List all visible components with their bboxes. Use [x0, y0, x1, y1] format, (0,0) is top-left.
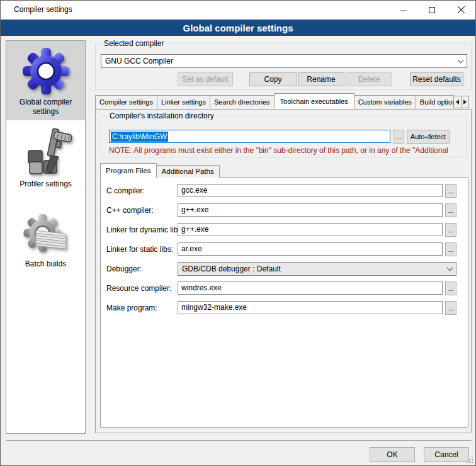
tab-scroll-buttons	[453, 96, 468, 108]
field-label: Linker for dynamic libs:	[106, 225, 184, 234]
sub-tab-strip: Program Files Additional Paths	[100, 163, 219, 178]
browse-button[interactable]: ...	[445, 203, 456, 217]
delete-button[interactable]: Delete	[346, 72, 392, 86]
cancel-button[interactable]: Cancel	[424, 447, 469, 462]
gear-stack-icon	[22, 213, 70, 258]
maximize-button[interactable]	[417, 1, 446, 20]
rename-button[interactable]: Rename	[298, 72, 344, 86]
make-program-input[interactable]: mingw32-make.exe	[178, 301, 443, 314]
compiler-select[interactable]: GNU GCC Compiler	[101, 54, 467, 68]
installation-directory-group: Compiler's installation directory C:\ray…	[101, 116, 467, 157]
sidebar-item-label: Global compiler settings	[8, 98, 84, 116]
arrow-right-icon	[463, 99, 467, 105]
field-label: C compiler:	[106, 186, 145, 195]
tab-build-options[interactable]: Build options	[416, 95, 454, 109]
tab-strip: Compiler settings Linker settings Search…	[95, 93, 454, 109]
tab-linker-settings[interactable]: Linker settings	[157, 95, 210, 109]
page-title: Global compiler settings	[183, 23, 293, 33]
chevron-down-icon	[447, 264, 453, 271]
sidebar: Global compiler settings Profiler settin…	[6, 40, 86, 434]
sidebar-item-label: Profiler settings	[8, 179, 84, 189]
arrow-left-icon	[456, 99, 459, 105]
ok-button[interactable]: OK	[370, 447, 415, 462]
caption-buttons	[388, 1, 475, 20]
field-label: C++ compiler:	[106, 206, 154, 215]
note-text: NOTE: All programs must exist either in …	[109, 146, 464, 155]
program-files-panel: C compiler: gcc.exe ... C++ compiler: g+…	[100, 177, 468, 428]
field-label: Linker for static libs:	[106, 245, 173, 254]
copy-button[interactable]: Copy	[249, 72, 297, 86]
tab-compiler-settings[interactable]: Compiler settings	[95, 95, 157, 109]
minimize-button[interactable]	[388, 1, 417, 20]
caliper-icon	[20, 125, 72, 178]
window-title: Compiler settings	[14, 5, 72, 14]
static-linker-input[interactable]: ar.exe	[178, 242, 443, 256]
tab-custom-variables[interactable]: Custom variables	[354, 95, 416, 109]
field-row-debugger: Debugger: GDB/CDB debugger : Default	[101, 262, 468, 277]
browse-button[interactable]: ...	[445, 223, 456, 237]
footer-divider	[6, 440, 472, 441]
resource-compiler-input[interactable]: windres.exe	[178, 281, 443, 295]
field-label: Debugger:	[106, 264, 142, 273]
sidebar-item-batch-builds[interactable]: Batch builds	[6, 208, 85, 273]
browse-button[interactable]: ...	[445, 301, 456, 315]
sidebar-item-label: Batch builds	[8, 259, 84, 269]
browse-button[interactable]: ...	[445, 242, 456, 256]
field-label: Make program:	[106, 304, 157, 312]
maximize-icon	[429, 7, 435, 13]
subtab-additional-paths[interactable]: Additional Paths	[156, 165, 220, 178]
field-row-make-program: Make program: mingw32-make.exe ...	[101, 301, 468, 316]
sidebar-item-profiler-settings[interactable]: Profiler settings	[6, 120, 85, 193]
tab-scroll-right-button[interactable]	[461, 96, 469, 108]
browse-button[interactable]: ...	[445, 184, 456, 198]
cpp-compiler-input[interactable]: g++.exe	[178, 203, 443, 217]
close-icon	[456, 6, 465, 14]
browse-directory-button[interactable]: ...	[394, 130, 404, 144]
field-row-dynamic-linker: Linker for dynamic libs: g++.exe ...	[101, 223, 468, 238]
subtab-program-files[interactable]: Program Files	[100, 163, 157, 178]
selected-compiler-legend: Selected compiler	[101, 39, 166, 48]
c-compiler-input[interactable]: gcc.exe	[178, 184, 443, 197]
gear-blue-icon	[21, 46, 71, 96]
set-as-default-button[interactable]: Set as default	[178, 72, 233, 86]
tab-search-directories[interactable]: Search directories	[210, 95, 275, 109]
debugger-select-value: GDB/CDB debugger : Default	[182, 264, 448, 273]
sidebar-item-global-compiler-settings[interactable]: Global compiler settings	[6, 41, 85, 120]
field-row-cpp-compiler: C++ compiler: g++.exe ...	[101, 203, 468, 219]
auto-detect-button[interactable]: Auto-detect	[407, 130, 450, 144]
field-row-static-linker: Linker for static libs: ar.exe ...	[101, 242, 468, 258]
dynamic-linker-input[interactable]: g++.exe	[178, 223, 443, 236]
chevron-down-icon	[458, 57, 464, 63]
reset-defaults-button[interactable]: Reset defaults	[410, 72, 463, 86]
installation-directory-input[interactable]: C:\raylib\MinGW	[109, 130, 390, 143]
close-button[interactable]	[446, 1, 475, 20]
minimize-icon	[400, 10, 407, 11]
installation-directory-value: C:\raylib\MinGW	[111, 132, 168, 142]
debugger-select[interactable]: GDB/CDB debugger : Default	[178, 262, 456, 276]
resize-grip-icon[interactable]	[467, 457, 473, 463]
field-label: Resource compiler:	[106, 284, 171, 293]
title-bar[interactable]: Compiler settings	[1, 1, 475, 20]
field-row-c-compiler: C compiler: gcc.exe ...	[101, 184, 468, 199]
installation-directory-legend: Compiler's installation directory	[107, 111, 217, 120]
browse-button[interactable]: ...	[445, 281, 456, 295]
tab-toolchain-executables[interactable]: Toolchain executables	[274, 93, 354, 109]
compiler-settings-window: Compiler settings Global compiler settin…	[0, 0, 476, 466]
field-row-resource-compiler: Resource compiler: windres.exe ...	[101, 281, 468, 297]
compiler-select-value: GNU GCC Compiler	[105, 57, 458, 65]
dialog-header: Global compiler settings	[1, 20, 475, 36]
